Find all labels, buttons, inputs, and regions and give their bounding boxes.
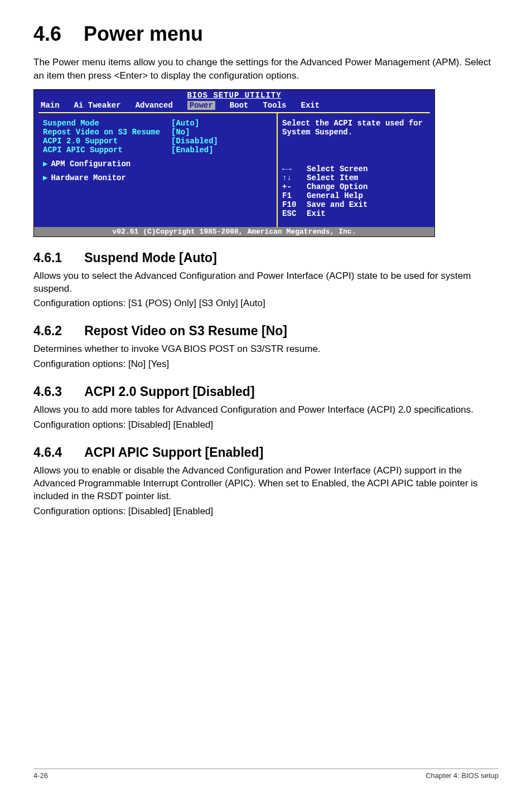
section-heading: 4.6.3ACPI 2.0 Support [Disabled] — [33, 384, 499, 399]
intro-paragraph: The Power menu items allow you to change… — [33, 56, 499, 83]
bios-body: Suspend Mode[Auto] Repost Video on S3 Re… — [38, 112, 430, 227]
bios-key-legend: ←→Select Screen ↑↓Select Item +-Change O… — [282, 165, 425, 218]
bios-tab-tools: Tools — [263, 101, 286, 110]
bios-tab-power: Power — [187, 101, 215, 110]
section-title-text: ACPI APIC Support [Enabled] — [84, 445, 263, 460]
bios-tab-boot: Boot — [230, 101, 249, 110]
bios-row-value: [Disabled] — [171, 137, 272, 146]
section-heading: 4.6.1Suspend Mode [Auto] — [33, 250, 499, 265]
bios-key-row: ←→Select Screen — [282, 165, 425, 173]
heading-text: Power menu — [84, 22, 203, 45]
bios-left-pane: Suspend Mode[Auto] Repost Video on S3 Re… — [38, 113, 278, 227]
page-heading: 4.6Power menu — [33, 22, 499, 46]
bios-screenshot: BIOS SETUP UTILITY Main Ai Tweaker Advan… — [33, 89, 435, 237]
bios-row-label: ACPI APIC Support — [43, 146, 171, 154]
bios-key-desc: Save and Exit — [307, 200, 367, 209]
bios-submenu-label: Hardware Monitor — [51, 173, 125, 182]
chapter-label: Chapter 4: BIOS setup — [425, 771, 499, 780]
bios-title: BIOS SETUP UTILITY — [34, 90, 434, 101]
bios-key-desc: Exit — [307, 209, 326, 218]
section-number: 4.6.1 — [33, 250, 62, 265]
bios-row-value: [Auto] — [171, 119, 272, 128]
heading-number: 4.6 — [33, 22, 61, 46]
section-number: 4.6.3 — [33, 384, 62, 399]
bios-right-pane: Select the ACPI state used for System Su… — [278, 113, 430, 227]
section-title-text: Repost Video on S3 Resume [No] — [84, 323, 287, 338]
section-heading: 4.6.4ACPI APIC Support [Enabled] — [33, 445, 499, 460]
bios-row: Suspend Mode[Auto] — [43, 119, 272, 128]
bios-key-desc: Select Screen — [307, 165, 367, 173]
bios-key: ESC — [282, 209, 307, 218]
bios-submenu: ▶APM Configuration — [43, 159, 272, 168]
paragraph: Allows you to add more tables for Advanc… — [33, 404, 499, 417]
bios-key-row: F10Save and Exit — [282, 200, 425, 209]
section-number: 4.6.2 — [33, 323, 62, 339]
bios-row: Repost Video on S3 Resume[No] — [43, 128, 272, 137]
page-number: 4-26 — [33, 771, 48, 780]
bios-row-label: Repost Video on S3 Resume — [43, 128, 171, 137]
bios-tab-advanced: Advanced — [136, 101, 173, 110]
bios-key-row: ESCExit — [282, 209, 425, 218]
page-footer: 4-26 Chapter 4: BIOS setup — [33, 769, 499, 780]
bios-row-label: Suspend Mode — [43, 119, 171, 128]
paragraph: Allows you to enable or disable the Adva… — [33, 465, 499, 503]
paragraph: Configuration options: [Disabled] [Enabl… — [33, 419, 499, 432]
bios-key: F1 — [282, 191, 307, 200]
bios-key-desc: General Help — [307, 191, 363, 200]
bios-help-text: Select the ACPI state used for System Su… — [282, 119, 425, 137]
section-title-text: ACPI 2.0 Support [Disabled] — [84, 384, 254, 399]
bios-row: ACPI APIC Support[Enabled] — [43, 146, 272, 154]
bios-submenu: ▶Hardware Monitor — [43, 173, 272, 182]
bios-key: F10 — [282, 200, 307, 209]
section-number: 4.6.4 — [33, 445, 62, 460]
bios-key-desc: Change Option — [307, 182, 367, 191]
paragraph: Configuration options: [Disabled] [Enabl… — [33, 505, 499, 518]
bios-key: ↑↓ — [282, 173, 307, 182]
bios-submenu-label: APM Configuration — [51, 160, 130, 168]
paragraph: Determines whether to invoke VGA BIOS PO… — [33, 343, 499, 356]
section-heading: 4.6.2Repost Video on S3 Resume [No] — [33, 323, 499, 339]
bios-key-row: F1General Help — [282, 191, 425, 200]
bios-key-row: +-Change Option — [282, 182, 425, 191]
bios-row-value: [No] — [171, 128, 272, 137]
bios-footer: v02.61 (C)Copyright 1985-2008, American … — [34, 227, 434, 236]
paragraph: Allows you to select the Advanced Config… — [33, 270, 499, 296]
bios-tab-exit: Exit — [301, 101, 320, 110]
triangle-icon: ▶ — [43, 173, 47, 182]
bios-tab-ai: Ai Tweaker — [74, 101, 121, 110]
bios-key-desc: Select Item — [307, 173, 358, 182]
bios-row-label: ACPI 2.0 Support — [43, 137, 171, 146]
bios-key: ←→ — [282, 165, 307, 173]
bios-tabs: Main Ai Tweaker Advanced Power Boot Tool… — [34, 101, 434, 112]
bios-key-row: ↑↓Select Item — [282, 173, 425, 182]
triangle-icon: ▶ — [43, 160, 47, 168]
bios-row: ACPI 2.0 Support[Disabled] — [43, 137, 272, 146]
section-title-text: Suspend Mode [Auto] — [84, 250, 217, 265]
paragraph: Configuration options: [No] [Yes] — [33, 358, 499, 371]
bios-key: +- — [282, 182, 307, 191]
bios-row-value: [Enabled] — [171, 146, 272, 154]
paragraph: Configuration options: [S1 (POS) Only] [… — [33, 297, 499, 310]
bios-tab-main: Main — [41, 101, 60, 110]
